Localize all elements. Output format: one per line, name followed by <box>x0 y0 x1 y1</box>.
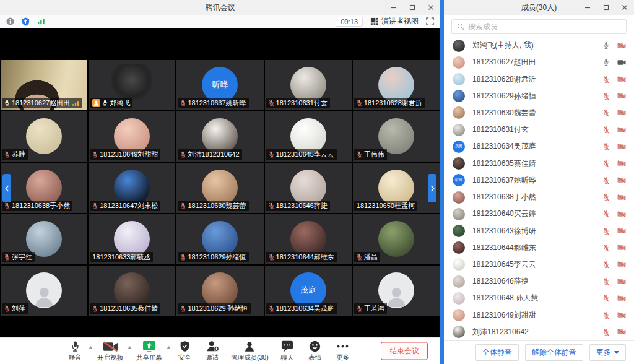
toolbar-mic[interactable]: 静音 <box>66 340 84 362</box>
toolbar-security[interactable]: 安全 <box>175 340 194 362</box>
member-row[interactable]: 刘沛1812310642 <box>444 324 634 340</box>
video-cell[interactable]: 刘沛1812310642 <box>176 111 263 162</box>
video-cell[interactable]: 1812310638于小然 <box>1 163 87 213</box>
maximize-button[interactable] <box>403 0 422 15</box>
video-cell[interactable]: 1812310629孙绪恒 <box>176 214 263 264</box>
video-cell[interactable]: 张宇红 <box>1 214 87 264</box>
member-status-icons[interactable] <box>603 277 626 285</box>
caret-up-icon[interactable] <box>167 346 171 349</box>
member-row[interactable]: 1812310644郝维东 <box>444 240 634 256</box>
member-status-icons[interactable] <box>603 142 626 150</box>
video-cell[interactable]: 1812310628谢君沂 <box>353 60 440 110</box>
video-cell[interactable]: 王若鸿 <box>353 266 440 316</box>
member-status-icons[interactable] <box>603 244 626 252</box>
member-status-icons[interactable] <box>603 58 626 66</box>
video-cell[interactable]: 1812310629 孙绪恒 <box>176 266 263 316</box>
member-row[interactable]: 郑鸿飞(主持人, 我) <box>444 37 634 54</box>
panel-close-button[interactable] <box>615 0 634 15</box>
member-status-icons[interactable] <box>603 210 626 218</box>
member-status-icons[interactable] <box>603 176 626 184</box>
toolbar-invite[interactable]: 邀请 <box>203 340 222 362</box>
member-status-icons[interactable] <box>603 92 626 100</box>
panel-maximize-button[interactable] <box>597 0 615 15</box>
camera-off-icon <box>617 43 626 49</box>
video-cell[interactable]: 郑鸿飞 <box>89 60 175 110</box>
toolbar-chat[interactable]: 聊天 <box>278 340 297 362</box>
panel-window-controls <box>578 0 634 15</box>
participant-name-label: 郑鸿飞 <box>90 98 132 108</box>
search-box[interactable] <box>451 19 627 34</box>
video-cell[interactable]: 刘萍 <box>1 266 87 316</box>
meeting-info-icon[interactable] <box>6 17 14 25</box>
fullscreen-icon[interactable] <box>426 17 434 25</box>
unmute-all-button[interactable]: 解除全体静音 <box>525 344 583 361</box>
video-cell[interactable]: 1812310647刘末松 <box>89 163 175 213</box>
caret-up-icon[interactable] <box>128 346 132 349</box>
security-shield-icon[interactable] <box>22 17 30 26</box>
toolbar-share-screen[interactable]: 共享屏幕 <box>136 340 162 362</box>
member-row[interactable]: 茂庭1812310634吴茂庭 <box>444 138 634 155</box>
member-status-icons[interactable] <box>603 109 626 117</box>
member-status-icons[interactable] <box>603 126 626 134</box>
toolbar-emoji[interactable]: 表情 <box>306 340 324 362</box>
video-cell[interactable]: 王伟伟 <box>353 111 440 162</box>
close-button[interactable] <box>422 0 440 15</box>
video-cell[interactable]: 1812310635蔡佳婧 <box>89 266 175 316</box>
video-cell[interactable]: 1812310649刘甜甜 <box>89 111 175 162</box>
video-cell[interactable]: 1812310646薛捷 <box>265 163 352 213</box>
video-cell[interactable]: 1812310631付玄 <box>265 60 352 110</box>
video-cell[interactable]: 潘晶 <box>353 214 440 264</box>
member-row[interactable]: 1812310649刘甜甜 <box>444 307 634 324</box>
video-cell[interactable]: 1812310633郝毓丞 <box>89 214 175 264</box>
video-cell[interactable]: 1812310644郝维东 <box>265 214 352 264</box>
member-row[interactable]: 1812310646薛捷 <box>444 273 634 290</box>
member-status-icons[interactable] <box>603 311 626 319</box>
member-row[interactable]: 1812310645李云云 <box>444 256 634 273</box>
member-status-icons[interactable] <box>603 328 626 336</box>
toolbar-camera-off[interactable]: 开启视频 <box>97 340 123 362</box>
video-cell[interactable]: 茂庭1812310634吴茂庭 <box>265 266 352 316</box>
member-name: 1812310637姚昕晔 <box>472 175 603 186</box>
member-row[interactable]: 1812310630魏芸蕾 <box>444 105 634 121</box>
member-row[interactable]: 1812310627赵田田 <box>444 54 634 71</box>
toolbar-label: 开启视频 <box>97 353 123 362</box>
end-meeting-button[interactable]: 结束会议 <box>381 342 428 360</box>
member-name: 1812310630魏芸蕾 <box>472 108 603 118</box>
member-status-icons[interactable] <box>603 193 626 201</box>
member-row[interactable]: 1812310635蔡佳婧 <box>444 155 634 172</box>
participant-name-label: 1812310650杜孟柯 <box>354 201 417 211</box>
panel-minimize-button[interactable] <box>578 0 597 15</box>
member-status-icons[interactable] <box>603 294 626 302</box>
member-row[interactable]: 1812310629孙绪恒 <box>444 88 634 105</box>
video-cell[interactable]: 昕晔1812310637姚昕晔 <box>176 60 263 110</box>
video-cell[interactable]: 1812310630魏芸蕾 <box>176 163 263 213</box>
view-mode-button[interactable]: 演讲者视图 <box>370 16 419 27</box>
member-status-icons[interactable] <box>603 76 626 84</box>
member-row[interactable]: 1812310643徐博研 <box>444 222 634 239</box>
minimize-button[interactable] <box>384 0 403 15</box>
member-row[interactable]: 1812310628谢君沂 <box>444 71 634 87</box>
network-signal-icon[interactable] <box>37 18 45 25</box>
more-actions-button[interactable]: 更多 <box>589 344 626 361</box>
search-input[interactable] <box>468 22 621 31</box>
video-cell[interactable]: 1812310627赵田田 <box>1 60 87 110</box>
next-page-button[interactable] <box>428 174 436 202</box>
caret-up-icon[interactable] <box>89 346 93 349</box>
toolbar-members[interactable]: 管理成员(30) <box>231 340 269 362</box>
member-row[interactable]: 1812310638于小然 <box>444 189 634 206</box>
video-cell[interactable]: 1812310645李云云 <box>265 111 352 162</box>
toolbar-more[interactable]: 更多 <box>334 340 352 362</box>
member-status-icons[interactable] <box>603 160 626 168</box>
participant-name: 苏胜 <box>12 150 25 159</box>
prev-page-button[interactable] <box>2 174 11 202</box>
video-cell[interactable]: 1812310650杜孟柯 <box>353 163 440 213</box>
member-status-icons[interactable] <box>603 261 626 269</box>
member-status-icons[interactable] <box>603 227 626 235</box>
member-row[interactable]: 昕晔1812310637姚昕晔 <box>444 172 634 189</box>
video-cell[interactable]: 苏胜 <box>1 111 87 162</box>
mute-all-button[interactable]: 全体静音 <box>476 344 519 361</box>
member-row[interactable]: 1812310631付玄 <box>444 121 634 138</box>
member-row[interactable]: 1812310640买云婷 <box>444 206 634 222</box>
member-row[interactable]: 1812310648 孙天慧 <box>444 290 634 306</box>
member-status-icons[interactable] <box>603 41 626 50</box>
